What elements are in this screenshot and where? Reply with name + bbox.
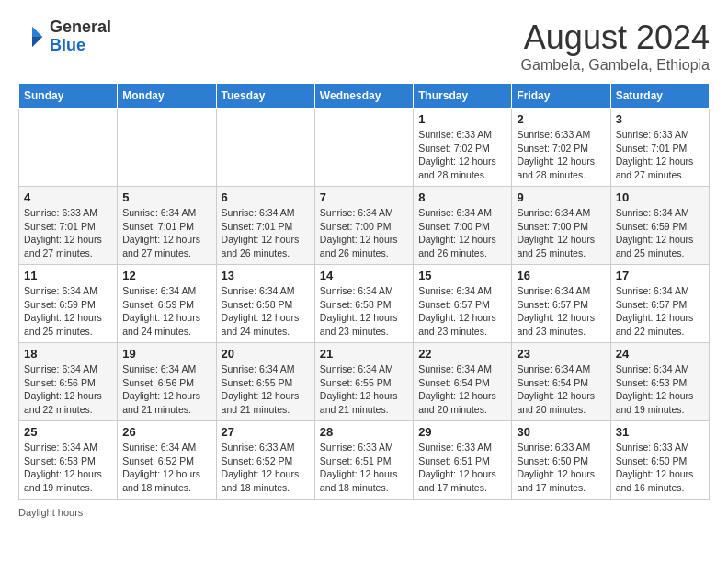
day-info: Sunrise: 6:34 AMSunset: 6:56 PMDaylight:… xyxy=(24,362,112,417)
page-header: General Blue August 2024 Gambela, Gambel… xyxy=(18,18,710,74)
day-info: Sunrise: 6:34 AMSunset: 6:57 PMDaylight:… xyxy=(517,284,605,339)
day-info: Sunrise: 6:33 AMSunset: 6:50 PMDaylight:… xyxy=(517,441,605,495)
day-number: 23 xyxy=(517,347,605,361)
day-info: Sunrise: 6:34 AMSunset: 7:00 PMDaylight:… xyxy=(320,206,408,260)
calendar-cell: 13Sunrise: 6:34 AMSunset: 6:58 PMDayligh… xyxy=(216,265,314,343)
day-number: 16 xyxy=(517,269,605,282)
svg-marker-0 xyxy=(32,27,42,37)
calendar-cell: 24Sunrise: 6:34 AMSunset: 6:53 PMDayligh… xyxy=(610,343,709,421)
day-info: Sunrise: 6:34 AMSunset: 6:54 PMDaylight:… xyxy=(418,362,506,417)
day-number: 25 xyxy=(24,425,112,439)
day-info: Sunrise: 6:34 AMSunset: 7:00 PMDaylight:… xyxy=(418,206,506,260)
day-number: 24 xyxy=(616,347,704,361)
calendar-cell xyxy=(314,109,413,187)
weekday-header-monday: Monday xyxy=(118,84,216,109)
weekday-header-saturday: Saturday xyxy=(610,84,709,109)
calendar-cell: 5Sunrise: 6:34 AMSunset: 7:01 PMDaylight… xyxy=(118,187,216,265)
day-number: 4 xyxy=(24,190,112,204)
day-number: 31 xyxy=(616,425,704,439)
calendar-cell: 20Sunrise: 6:34 AMSunset: 6:55 PMDayligh… xyxy=(216,343,314,421)
calendar-cell: 7Sunrise: 6:34 AMSunset: 7:00 PMDaylight… xyxy=(314,187,413,265)
calendar-cell: 4Sunrise: 6:33 AMSunset: 7:01 PMDaylight… xyxy=(19,187,118,265)
calendar-week-row: 4Sunrise: 6:33 AMSunset: 7:01 PMDaylight… xyxy=(19,187,710,265)
day-info: Sunrise: 6:34 AMSunset: 6:59 PMDaylight:… xyxy=(122,284,210,339)
day-number: 11 xyxy=(24,269,112,282)
day-number: 15 xyxy=(418,269,506,282)
day-info: Sunrise: 6:33 AMSunset: 7:01 PMDaylight:… xyxy=(616,128,704,182)
day-number: 5 xyxy=(122,190,210,204)
day-info: Sunrise: 6:33 AMSunset: 7:02 PMDaylight:… xyxy=(418,128,506,182)
calendar-cell: 30Sunrise: 6:33 AMSunset: 6:50 PMDayligh… xyxy=(512,421,610,500)
month-year-title: August 2024 xyxy=(521,18,710,57)
day-info: Sunrise: 6:33 AMSunset: 6:51 PMDaylight:… xyxy=(418,441,506,495)
day-info: Sunrise: 6:34 AMSunset: 6:56 PMDaylight:… xyxy=(122,362,210,417)
location-subtitle: Gambela, Gambela, Ethiopia xyxy=(521,57,710,74)
calendar-cell: 3Sunrise: 6:33 AMSunset: 7:01 PMDaylight… xyxy=(610,109,709,187)
calendar-cell xyxy=(216,109,314,187)
logo-icon xyxy=(18,23,46,51)
calendar-cell: 28Sunrise: 6:33 AMSunset: 6:51 PMDayligh… xyxy=(314,421,413,500)
calendar-cell: 17Sunrise: 6:34 AMSunset: 6:57 PMDayligh… xyxy=(610,265,709,343)
calendar-cell xyxy=(19,109,118,187)
calendar-cell xyxy=(118,109,216,187)
day-info: Sunrise: 6:34 AMSunset: 6:52 PMDaylight:… xyxy=(122,441,210,495)
calendar-cell: 22Sunrise: 6:34 AMSunset: 6:54 PMDayligh… xyxy=(414,343,512,421)
day-info: Sunrise: 6:33 AMSunset: 7:02 PMDaylight:… xyxy=(517,128,605,182)
day-info: Sunrise: 6:34 AMSunset: 7:00 PMDaylight:… xyxy=(517,206,605,260)
calendar-cell: 23Sunrise: 6:34 AMSunset: 6:54 PMDayligh… xyxy=(512,343,610,421)
calendar-cell: 14Sunrise: 6:34 AMSunset: 6:58 PMDayligh… xyxy=(314,265,413,343)
day-number: 9 xyxy=(517,190,605,204)
day-info: Sunrise: 6:34 AMSunset: 6:57 PMDaylight:… xyxy=(616,284,704,339)
day-number: 8 xyxy=(418,190,506,204)
day-number: 6 xyxy=(222,190,310,204)
calendar-cell: 11Sunrise: 6:34 AMSunset: 6:59 PMDayligh… xyxy=(19,265,118,343)
weekday-header-friday: Friday xyxy=(512,84,610,109)
calendar-cell: 18Sunrise: 6:34 AMSunset: 6:56 PMDayligh… xyxy=(19,343,118,421)
weekday-header-thursday: Thursday xyxy=(414,84,512,109)
calendar-cell: 19Sunrise: 6:34 AMSunset: 6:56 PMDayligh… xyxy=(118,343,216,421)
day-number: 3 xyxy=(616,112,704,126)
weekday-header-tuesday: Tuesday xyxy=(216,84,314,109)
calendar-week-row: 18Sunrise: 6:34 AMSunset: 6:56 PMDayligh… xyxy=(19,343,710,421)
day-number: 20 xyxy=(222,347,310,361)
day-info: Sunrise: 6:34 AMSunset: 6:55 PMDaylight:… xyxy=(222,362,310,417)
day-info: Sunrise: 6:34 AMSunset: 6:55 PMDaylight:… xyxy=(320,362,408,417)
day-number: 29 xyxy=(418,425,506,439)
logo: General Blue xyxy=(18,18,111,55)
weekday-header-sunday: Sunday xyxy=(19,84,118,109)
day-info: Sunrise: 6:34 AMSunset: 7:01 PMDaylight:… xyxy=(122,206,210,260)
calendar-cell: 1Sunrise: 6:33 AMSunset: 7:02 PMDaylight… xyxy=(414,109,512,187)
day-number: 26 xyxy=(122,425,210,439)
day-info: Sunrise: 6:34 AMSunset: 6:59 PMDaylight:… xyxy=(616,206,704,260)
calendar-cell: 10Sunrise: 6:34 AMSunset: 6:59 PMDayligh… xyxy=(610,187,709,265)
day-info: Sunrise: 6:34 AMSunset: 6:53 PMDaylight:… xyxy=(24,441,112,495)
day-number: 10 xyxy=(616,190,704,204)
footer-note: Daylight hours xyxy=(18,507,710,518)
calendar-cell: 31Sunrise: 6:33 AMSunset: 6:50 PMDayligh… xyxy=(610,421,709,500)
calendar-week-row: 11Sunrise: 6:34 AMSunset: 6:59 PMDayligh… xyxy=(19,265,710,343)
day-number: 12 xyxy=(122,269,210,282)
day-number: 22 xyxy=(418,347,506,361)
calendar-cell: 16Sunrise: 6:34 AMSunset: 6:57 PMDayligh… xyxy=(512,265,610,343)
calendar-cell: 15Sunrise: 6:34 AMSunset: 6:57 PMDayligh… xyxy=(414,265,512,343)
day-number: 21 xyxy=(320,347,408,361)
day-info: Sunrise: 6:34 AMSunset: 6:58 PMDaylight:… xyxy=(320,284,408,339)
calendar-cell: 9Sunrise: 6:34 AMSunset: 7:00 PMDaylight… xyxy=(512,187,610,265)
day-info: Sunrise: 6:33 AMSunset: 6:52 PMDaylight:… xyxy=(222,441,310,495)
day-number: 14 xyxy=(320,269,408,282)
calendar-week-row: 1Sunrise: 6:33 AMSunset: 7:02 PMDaylight… xyxy=(19,109,710,187)
weekday-header-wednesday: Wednesday xyxy=(314,84,413,109)
day-number: 27 xyxy=(222,425,310,439)
logo-general-text: General xyxy=(50,17,111,36)
day-number: 18 xyxy=(24,347,112,361)
day-info: Sunrise: 6:34 AMSunset: 6:53 PMDaylight:… xyxy=(616,362,704,417)
day-info: Sunrise: 6:33 AMSunset: 7:01 PMDaylight:… xyxy=(24,206,112,260)
day-number: 30 xyxy=(517,425,605,439)
day-number: 2 xyxy=(517,112,605,126)
calendar-cell: 25Sunrise: 6:34 AMSunset: 6:53 PMDayligh… xyxy=(19,421,118,500)
day-info: Sunrise: 6:33 AMSunset: 6:51 PMDaylight:… xyxy=(320,441,408,495)
day-info: Sunrise: 6:33 AMSunset: 6:50 PMDaylight:… xyxy=(616,441,704,495)
day-number: 19 xyxy=(122,347,210,361)
calendar-cell: 6Sunrise: 6:34 AMSunset: 7:01 PMDaylight… xyxy=(216,187,314,265)
weekday-header-row: SundayMondayTuesdayWednesdayThursdayFrid… xyxy=(19,84,710,109)
